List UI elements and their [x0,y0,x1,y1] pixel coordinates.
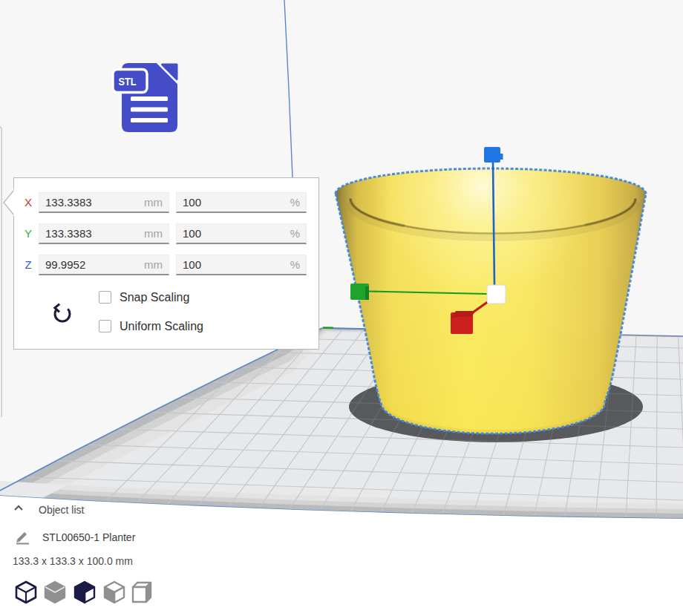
svg-text:STL: STL [119,75,137,88]
